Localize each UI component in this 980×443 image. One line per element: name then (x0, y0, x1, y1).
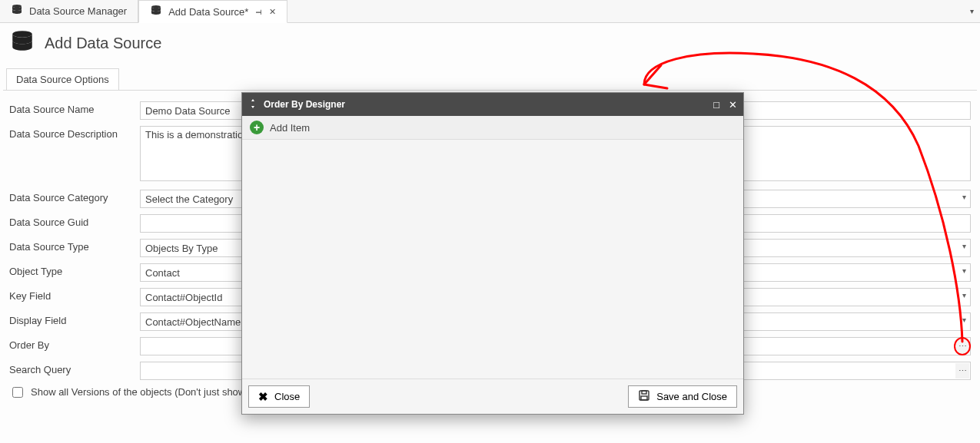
label-data-source-name: Data Source Name (9, 101, 140, 115)
label-object-type: Object Type (9, 263, 140, 277)
label-search-query: Search Query (9, 362, 140, 375)
maximize-icon[interactable]: □ (713, 99, 719, 111)
dialog-footer: ✖ Close Save and Close (242, 379, 743, 414)
tab-label: Data Source Manager (29, 5, 127, 17)
inner-tabs: Data Source Options (6, 68, 980, 90)
label-data-source-description: Data Source Description (9, 126, 140, 140)
close-icon[interactable]: ✕ (269, 7, 276, 17)
show-all-versions-checkbox[interactable] (12, 387, 23, 398)
svg-point-2 (12, 31, 32, 38)
page-header: Add Data Source (0, 23, 980, 62)
add-item-label: Add Item (270, 122, 310, 134)
tab-add-data-source[interactable]: Add Data Source* ⫤ ✕ (138, 0, 287, 23)
search-query-ellipsis-button[interactable]: ⋯ (955, 363, 969, 379)
x-icon: ✖ (258, 390, 268, 404)
tab-overflow-button[interactable]: ▾ (964, 0, 980, 22)
label-data-source-category: Data Source Category (9, 190, 140, 203)
label-data-source-guid: Data Source Guid (9, 214, 140, 228)
tab-label: Add Data Source* (168, 6, 248, 18)
dialog-titlebar[interactable]: Order By Designer □ ✕ (242, 93, 743, 116)
close-button-label: Close (274, 391, 300, 402)
save-and-close-button[interactable]: Save and Close (628, 385, 737, 408)
svg-marker-4 (251, 106, 254, 108)
add-item-button[interactable]: + Add Item (242, 116, 743, 140)
svg-rect-6 (642, 391, 646, 394)
close-button[interactable]: ✖ Close (248, 385, 310, 408)
top-tabstrip: Data Source Manager Add Data Source* ⫤ ✕… (0, 0, 980, 23)
dialog-body (242, 140, 743, 379)
label-display-field: Display Field (9, 312, 140, 326)
drag-handle-icon (248, 99, 257, 111)
save-button-label: Save and Close (656, 391, 727, 402)
label-data-source-type: Data Source Type (9, 239, 140, 253)
svg-point-0 (12, 5, 22, 8)
tab-data-source-manager[interactable]: Data Source Manager (0, 0, 138, 22)
database-icon (11, 4, 23, 18)
database-icon (9, 29, 35, 58)
order-by-ellipsis-button[interactable]: ⋯ (955, 339, 969, 354)
svg-point-1 (151, 5, 161, 8)
plus-icon: + (250, 121, 264, 134)
svg-rect-7 (641, 396, 647, 400)
page-title: Add Data Source (45, 35, 161, 52)
label-key-field: Key Field (9, 288, 140, 302)
svg-marker-3 (251, 99, 254, 101)
database-icon (150, 5, 162, 19)
pin-icon[interactable]: ⫤ (254, 7, 263, 16)
tab-data-source-options[interactable]: Data Source Options (6, 68, 119, 90)
dialog-title: Order By Designer (264, 99, 345, 110)
close-icon[interactable]: ✕ (729, 99, 737, 111)
save-icon (638, 389, 650, 404)
order-by-designer-dialog: Order By Designer □ ✕ + Add Item ✖ Close… (241, 92, 744, 415)
label-order-by: Order By (9, 337, 140, 351)
